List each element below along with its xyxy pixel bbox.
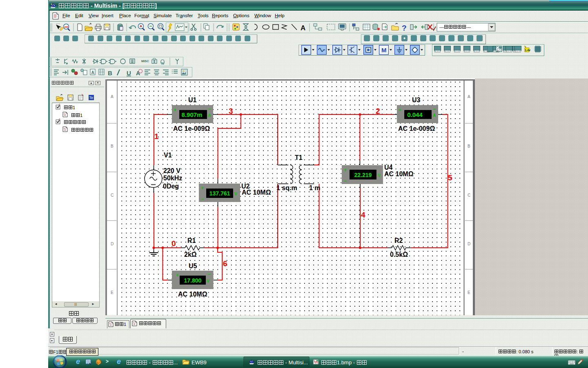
svg-text:1: 1 [154, 132, 159, 141]
svg-text:4: 4 [361, 211, 365, 219]
svg-text:22.219: 22.219 [354, 172, 372, 178]
svg-text:B: B [108, 70, 112, 76]
svg-text:8.907m: 8.907m [182, 111, 203, 118]
svg-text:+: + [344, 167, 347, 173]
svg-text:−: − [207, 272, 210, 277]
svg-text:T1: T1 [295, 154, 303, 161]
svg-text:A: A [136, 70, 140, 76]
svg-text:U4: U4 [384, 164, 393, 171]
svg-text:1 sq.m: 1 sq.m [276, 184, 297, 191]
svg-text:+: + [176, 272, 179, 278]
svg-text:−: − [344, 178, 347, 184]
svg-text:6: 6 [223, 259, 227, 268]
svg-text:50kHz: 50kHz [163, 175, 182, 182]
svg-text:MISC: MISC [141, 59, 149, 63]
svg-text:U3: U3 [412, 96, 421, 103]
svg-text:1 m: 1 m [309, 184, 321, 191]
svg-text:+: + [399, 107, 401, 113]
svg-text:AC 1e-009Ω: AC 1e-009Ω [398, 125, 435, 132]
svg-text:1.4v: 1.4v [525, 49, 530, 52]
svg-text:3: 3 [229, 107, 233, 115]
svg-text:AC 10MΩ: AC 10MΩ [178, 291, 207, 298]
svg-text:17.800: 17.800 [184, 277, 202, 284]
svg-text:AC 10MΩ: AC 10MΩ [384, 171, 414, 177]
svg-text:AC 10MΩ: AC 10MΩ [242, 189, 271, 196]
svg-text:V: V [234, 192, 237, 196]
svg-text:V: V [207, 279, 209, 283]
svg-text:M: M [381, 47, 387, 54]
svg-text:100: 100 [64, 26, 69, 28]
svg-text:0.5kΩ: 0.5kΩ [390, 251, 408, 258]
svg-text:AC 1e-009Ω: AC 1e-009Ω [173, 125, 210, 132]
svg-text:2kΩ: 2kΩ [184, 251, 197, 258]
svg-text:−: − [208, 106, 211, 112]
svg-text:0v: 0v [161, 62, 165, 65]
svg-text:+: + [174, 107, 176, 113]
svg-text:U5: U5 [189, 263, 197, 269]
svg-text:V: V [378, 173, 381, 178]
svg-text:A: A [301, 24, 305, 32]
svg-text:A: A [433, 113, 436, 118]
svg-text:0.044: 0.044 [407, 111, 423, 118]
svg-text:?: ? [402, 24, 407, 32]
svg-text:5: 5 [448, 173, 452, 182]
svg-text:−: − [201, 196, 204, 202]
svg-text:A: A [91, 70, 94, 75]
svg-text:R2: R2 [394, 237, 403, 244]
svg-text:R1: R1 [187, 237, 196, 244]
svg-text:U: U [127, 70, 131, 76]
svg-text:+: + [201, 185, 204, 191]
svg-text:220 V: 220 V [163, 167, 180, 174]
svg-text:Te: Te [89, 96, 94, 100]
svg-text:A: A [208, 113, 211, 118]
svg-text:U1: U1 [188, 96, 197, 103]
svg-text:−: − [433, 106, 436, 112]
svg-text:V1: V1 [164, 152, 172, 159]
svg-text:0: 0 [172, 239, 176, 248]
svg-text:2: 2 [376, 107, 380, 115]
svg-text:0Deg: 0Deg [163, 183, 179, 190]
svg-text:137.761: 137.761 [209, 190, 230, 197]
